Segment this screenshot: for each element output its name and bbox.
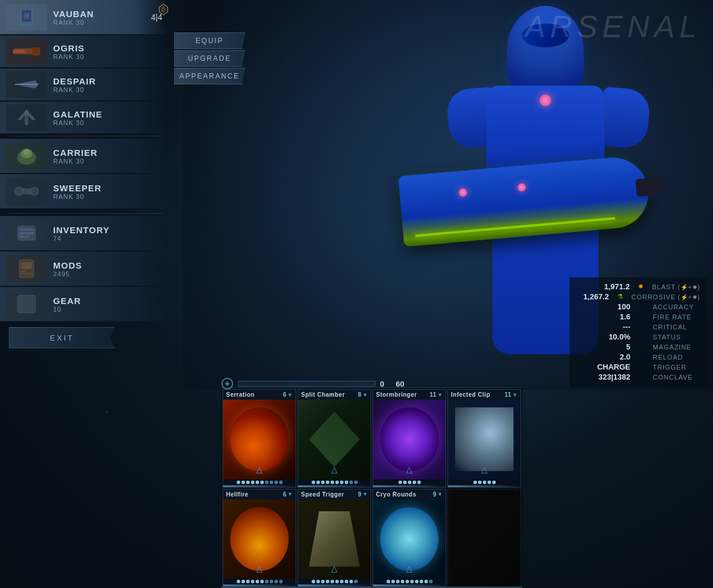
svg-marker-4 <box>161 6 166 13</box>
mod-speed-polarity: △ <box>331 564 338 573</box>
magazine-value: 5 <box>598 342 630 351</box>
svg-rect-25 <box>21 273 32 275</box>
capacity-bar <box>238 381 375 387</box>
carrier-info: CARRIER RANK 30 <box>53 148 97 165</box>
capacity-separator <box>389 380 391 388</box>
stat-trigger: CHARGE TRIGGER <box>577 362 700 371</box>
mod-hellfire-bottom <box>223 584 296 586</box>
sweeper-thumb <box>0 176 53 207</box>
mod-card-stormbringer[interactable]: Stormbringer 11▼ △ <box>372 389 446 488</box>
sidebar-item-despair[interactable]: DESPAIR RANK 30 <box>0 68 180 100</box>
svg-point-2 <box>24 13 30 19</box>
svg-rect-27 <box>21 298 32 310</box>
mod-serration-cost: 6▼ <box>283 391 293 398</box>
sidebar-item-galatine[interactable]: GALATINE RANK 30 <box>0 102 180 133</box>
capacity-max: 60 <box>396 380 404 388</box>
capacity-current: 0 <box>380 380 384 388</box>
status-label: STATUS <box>653 334 700 341</box>
trigger-value: CHARGE <box>597 362 630 371</box>
despair-rank: RANK 30 <box>53 86 96 93</box>
gear-value: 10 <box>53 306 81 313</box>
inventory-thumb <box>0 218 53 249</box>
mod-infected-cost: 11▼ <box>505 391 518 398</box>
mod-card-hellfire[interactable]: Hellfire 6▼ △ <box>223 489 296 587</box>
mod-hellfire-ranks <box>223 579 296 584</box>
inventory-info: INVENTORY 74 <box>53 225 110 242</box>
mod-hellfire-name: Hellfire <box>226 491 248 498</box>
stat-reload: 2.0 RELOAD <box>577 352 700 361</box>
mods-section: Serration 6▼ △ Split Chamber 8▼ <box>221 387 522 588</box>
mod-split-polarity: △ <box>331 465 338 474</box>
ogris-rank: RANK 30 <box>53 53 84 60</box>
svg-point-17 <box>30 187 38 195</box>
despair-thumb <box>0 69 53 100</box>
ogris-name: OGRIS <box>53 43 84 53</box>
sidebar-item-mods[interactable]: MODS 2495 <box>0 251 180 286</box>
mods-thumb <box>0 253 53 284</box>
mod-card-serration[interactable]: Serration 6▼ △ <box>223 389 296 488</box>
mod-card-infected-clip[interactable]: Infected Clip 11▼ △ <box>447 389 521 488</box>
svg-rect-6 <box>32 47 40 55</box>
carrier-rank: RANK 30 <box>53 158 97 165</box>
appearance-button[interactable]: APPEARANCE <box>174 68 245 84</box>
wf-weapon <box>398 155 652 247</box>
stat-blast: 1,971.2 ✸ BLAST (⚡+✸) <box>577 282 700 291</box>
mod-card-speed-trigger[interactable]: Speed Trigger 9▼ △ <box>297 489 371 587</box>
vauban-name: VAUBAN <box>53 9 94 19</box>
equip-button[interactable]: EQUIP <box>174 32 245 49</box>
sidebar-item-gear[interactable]: GEAR 10 <box>0 287 180 321</box>
mod-card-empty[interactable] <box>447 489 521 587</box>
carrier-name: CARRIER <box>53 148 97 158</box>
mod-card-split-chamber[interactable]: Split Chamber 8▼ △ <box>297 389 371 488</box>
sidebar-divider-2 <box>9 213 162 214</box>
galatine-name: GALATINE <box>53 109 103 119</box>
sidebar-item-sweeper[interactable]: SWEEPER RANK 30 <box>0 174 180 208</box>
vauban-info: VAUBAN RANK 30 <box>53 9 94 26</box>
mods-info: MODS 2495 <box>53 260 82 277</box>
mod-storm-polarity: △ <box>406 465 413 474</box>
despair-name: DESPAIR <box>53 76 96 86</box>
stat-corrosive: 1,267.2 ⚗ CORROSIVE (⚡+✸) <box>577 292 700 301</box>
mod-split-header: Split Chamber 8▼ <box>298 390 371 400</box>
mod-serration-polarity: △ <box>256 465 263 474</box>
corrosive-value: 1,267.2 <box>577 292 609 301</box>
status-value: 10.0% <box>598 332 630 341</box>
exit-button[interactable]: EXIT <box>9 327 115 348</box>
gear-thumb <box>0 289 53 319</box>
galatine-info: GALATINE RANK 30 <box>53 109 103 126</box>
mod-infected-bottom <box>448 485 521 487</box>
upgrade-button[interactable]: UPGRADE <box>174 50 245 67</box>
stat-accuracy: 100 ACCURACY <box>577 302 700 311</box>
svg-rect-19 <box>19 228 34 231</box>
ogris-thumb <box>0 36 53 67</box>
mod-speed-bottom <box>298 584 371 586</box>
mod-serration-ranks <box>223 479 296 485</box>
mod-cryo-polarity: △ <box>406 564 413 573</box>
galatine-rank: RANK 30 <box>53 119 103 126</box>
svg-rect-20 <box>19 232 34 234</box>
sidebar-item-ogris[interactable]: OGRIS RANK 30 <box>0 35 180 67</box>
mod-infected-ranks <box>448 479 521 485</box>
mod-speed-ranks <box>298 579 371 584</box>
exit-label: EXIT <box>50 334 74 342</box>
gear-info: GEAR 10 <box>53 296 81 313</box>
sidebar-item-inventory[interactable]: INVENTORY 74 <box>0 216 180 250</box>
wf-chest-gem <box>539 94 551 106</box>
mod-split-bottom <box>298 485 371 487</box>
mod-storm-cost: 11▼ <box>430 391 443 398</box>
mod-infected-name: Infected Clip <box>451 391 490 398</box>
magazine-label: MAGAZINE <box>653 344 700 351</box>
page-title: ARSENAL <box>525 9 701 44</box>
mod-infected-polarity: △ <box>481 465 488 474</box>
sidebar-item-vauban[interactable]: VAUBAN RANK 30 4|4 <box>0 0 180 34</box>
mod-card-cryo-rounds[interactable]: Cryo Rounds 9▼ △ <box>372 489 446 587</box>
mod-cryo-bottom <box>373 584 446 586</box>
capacity-bar-container: 0 60 <box>221 378 404 390</box>
mod-speed-cost: 9▼ <box>358 491 368 498</box>
sidebar-item-carrier[interactable]: CARRIER RANK 30 <box>0 139 180 173</box>
sidebar: VAUBAN RANK 30 4|4 OGRIS RANK 3 <box>0 0 180 588</box>
mod-storm-bottom <box>373 485 446 487</box>
gear-name: GEAR <box>53 296 81 306</box>
reload-value: 2.0 <box>598 352 630 361</box>
mod-storm-ranks <box>373 479 446 485</box>
